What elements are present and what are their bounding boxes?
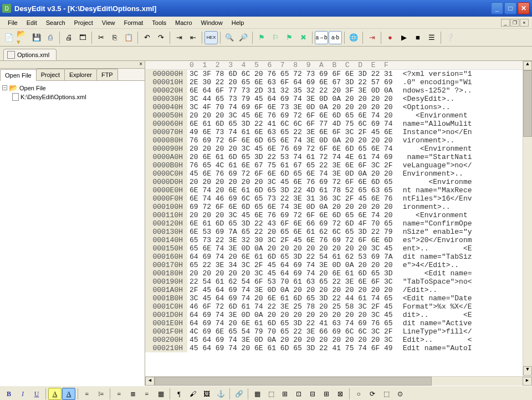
hex-row[interactable]: 000200H45 64 69 74 3E 0D 0A 20 20 20 20 … — [145, 336, 532, 344]
hex-ascii[interactable]: <Environment — [393, 211, 472, 219]
hex-row[interactable]: 000080H76 69 72 6F 6E 6D 65 6E 74 3E 0D … — [145, 136, 532, 145]
hex-row[interactable]: 000130H6E 53 69 7A 65 22 20 65 6E 61 62 … — [145, 228, 532, 236]
close-button[interactable]: ✕ — [518, 2, 530, 14]
hex-row[interactable]: 000090H20 20 20 20 3C 45 6E 76 69 72 6F … — [145, 145, 532, 153]
scroll-down-icon[interactable]: ▼ — [523, 366, 532, 376]
record-macro-icon[interactable]: ● — [383, 31, 397, 44]
hex-bytes[interactable]: 64 69 74 3E 0D 0A 20 20 20 20 20 20 20 2… — [187, 311, 393, 319]
hex-row[interactable]: 000170H65 22 3E 34 3C 2F 45 64 69 74 3E … — [145, 261, 532, 269]
menu-edit[interactable]: Edit — [22, 18, 42, 27]
hex-row[interactable]: 0001A0H2F 45 64 69 74 3E 0D 0A 20 20 20 … — [145, 286, 532, 294]
highlight-a-icon[interactable]: A — [48, 388, 62, 400]
table-del-icon[interactable]: ⊠ — [334, 388, 347, 400]
scroll-left-icon[interactable]: ◀ — [145, 377, 155, 386]
hex-bytes[interactable]: 6E 61 6D 65 3D 22 41 6C 6C 6F 77 4D 75 6… — [187, 120, 393, 128]
hex-bytes[interactable]: 3C 4F 70 74 69 6F 6E 73 3E 0D 0A 20 20 2… — [187, 103, 393, 111]
mdi-close[interactable]: × — [520, 19, 529, 27]
hex-ascii[interactable]: Instance">no</En — [393, 128, 472, 136]
hex-bytes[interactable]: 69 72 6F 6E 6D 65 6E 74 3E 0D 0A 20 20 2… — [187, 203, 393, 211]
align-left-icon[interactable]: ≡ — [112, 388, 126, 400]
hex-row[interactable]: 0001E0H64 69 74 20 6E 61 6D 65 3D 22 41 … — [145, 319, 532, 327]
hex-ascii[interactable]: LineType">fill</ — [393, 327, 472, 336]
hex-row[interactable]: 000120H6E 61 6D 65 3D 22 43 6F 6E 66 69 … — [145, 219, 532, 228]
sidebar-tab-explorer[interactable]: Explorer — [64, 69, 97, 80]
hex-bytes[interactable]: 3C 45 64 69 74 20 6E 61 6D 65 3D 22 44 6… — [187, 294, 393, 302]
hex-ascii[interactable]: ironment>.. — [393, 203, 472, 211]
hex-row[interactable]: 000070H49 6E 73 74 61 6E 63 65 22 3E 6E … — [145, 128, 532, 136]
menu-help[interactable]: Help — [227, 18, 249, 27]
menu-view[interactable]: View — [98, 18, 120, 27]
table-merge-icon[interactable]: ⊟ — [306, 388, 319, 400]
table-cell-icon[interactable]: ⊡ — [292, 388, 305, 400]
scroll-up-icon[interactable]: ▲ — [523, 61, 532, 70]
hex-row[interactable]: 000110H20 20 20 3C 45 6E 76 69 72 6F 6E … — [145, 211, 532, 219]
menu-format[interactable]: Format — [119, 18, 147, 27]
hex-ascii[interactable]: "TabToSpace">no< — [393, 278, 472, 286]
browser-icon[interactable]: 🌐 — [347, 31, 360, 44]
hex-ascii[interactable]: ntFiles">16</Env — [393, 194, 472, 203]
menu-macro[interactable]: Macro — [171, 18, 197, 27]
hex-row[interactable]: 000210H45 64 69 74 20 6E 61 6D 65 3D 22 … — [145, 344, 532, 352]
link-icon[interactable]: 🔗 — [232, 388, 245, 400]
hex-bytes[interactable]: 20 20 20 20 20 3C 45 64 69 74 20 6E 61 6… — [187, 269, 393, 278]
hex-ascii[interactable]: e">4</Edit>.. — [393, 261, 472, 269]
hex-ascii[interactable]: <DesyEdit>.. — [393, 95, 472, 103]
circle-icon[interactable]: ○ — [352, 388, 365, 400]
hex-row[interactable]: 0000B0H76 65 4C 61 6E 67 75 61 67 65 22 … — [145, 161, 532, 170]
hex-editor[interactable]: 0 1 2 3 4 5 6 7 8 9 A B C D E F 000000H3… — [145, 61, 532, 386]
hex-ascii[interactable]: dit name="Active — [393, 319, 472, 327]
bookmark-next-icon[interactable]: ⚑ — [283, 31, 296, 44]
hex-bytes[interactable]: 2E 30 22 20 65 6E 63 6F 64 69 6E 67 3D 2… — [187, 78, 393, 86]
highlight-b-icon[interactable]: A — [62, 388, 75, 400]
hex-bytes[interactable]: 6E 53 69 7A 65 22 20 65 6E 61 62 6C 65 3… — [187, 228, 393, 236]
hex-row[interactable]: 0001D0H64 69 74 3E 0D 0A 20 20 20 20 20 … — [145, 311, 532, 319]
hex-bytes[interactable]: 6E 74 46 69 6C 65 73 22 3E 31 36 3C 2F 4… — [187, 194, 393, 203]
mdi-restore[interactable]: ❐ — [510, 19, 519, 27]
menu-tools[interactable]: Tools — [147, 18, 171, 27]
hex-ascii[interactable]: /Edit>.. — [393, 286, 472, 294]
hex-row[interactable]: 0001B0H3C 45 64 69 74 20 6E 61 6D 65 3D … — [145, 294, 532, 302]
hex-ascii[interactable]: Edit>.. < — [393, 336, 472, 344]
copy-icon[interactable]: ⎘ — [108, 31, 121, 44]
outdent-icon[interactable]: ⇤ — [186, 31, 200, 44]
bookmark-clear-icon[interactable]: ✖ — [296, 31, 310, 44]
macro-list-icon[interactable]: ☰ — [425, 31, 438, 44]
hex-bytes[interactable]: 49 6E 73 74 61 6E 63 65 22 3E 6E 6F 3C 2… — [187, 128, 393, 136]
underline-button[interactable]: U — [30, 388, 43, 400]
preview-icon[interactable]: ⊙ — [393, 388, 407, 400]
hex-bytes[interactable]: 65 73 22 3E 32 30 3C 2F 45 6E 76 69 72 6… — [187, 236, 393, 244]
hex-ascii[interactable]: <Options>.. — [393, 103, 472, 111]
anchor-icon[interactable]: ⚓ — [214, 388, 227, 400]
hex-bytes[interactable]: 6E 74 20 6E 61 6D 65 3D 22 4D 61 78 52 6… — [187, 186, 393, 194]
cut-icon[interactable]: ✂ — [94, 31, 108, 44]
hex-bytes[interactable]: 45 64 69 74 20 6E 61 6D 65 3D 22 41 75 7… — [187, 344, 393, 352]
hex-bytes[interactable]: 20 20 20 3C 45 6E 76 69 72 6F 6E 6D 65 6… — [187, 211, 393, 219]
hex-bytes[interactable]: 64 69 74 20 6E 61 6D 65 3D 22 54 61 62 5… — [187, 253, 393, 261]
hex-row[interactable]: 0000C0H45 6E 76 69 72 6F 6E 6D 65 6E 74 … — [145, 170, 532, 178]
table-row-icon[interactable]: ⬚ — [264, 388, 278, 400]
hex-bytes[interactable]: 45 6E 76 69 72 6F 6E 6D 65 6E 74 3E 0D 0… — [187, 170, 393, 178]
hex-bytes[interactable]: 45 64 69 74 3E 0D 0A 20 20 20 20 20 20 2… — [187, 336, 393, 344]
image-icon[interactable]: 🖼 — [200, 388, 213, 400]
menu-search[interactable]: Search — [42, 18, 70, 27]
table-icon[interactable]: ▦ — [250, 388, 264, 400]
hex-ascii[interactable]: Edit name="AutoI — [393, 344, 472, 352]
indent-icon[interactable]: ⇥ — [172, 31, 186, 44]
sidebar-tab-ftp[interactable]: FTP — [96, 69, 118, 80]
validate-icon[interactable]: ⬚ — [380, 388, 393, 400]
hex-ascii[interactable]: <Environment — [393, 145, 472, 153]
reload-icon[interactable]: ⟳ — [366, 388, 379, 400]
replace-a-icon[interactable]: a→b — [315, 31, 328, 44]
hex-ascii[interactable]: .0" encoding="Wi — [393, 78, 472, 86]
hex-ascii[interactable]: Environment>.. — [393, 170, 472, 178]
list-number-icon[interactable]: ⁝≡ — [94, 388, 108, 400]
hex-row[interactable]: 000100H69 72 6F 6E 6D 65 6E 74 3E 0D 0A … — [145, 203, 532, 211]
new-file-icon[interactable]: 📄 — [2, 31, 16, 44]
menu-file[interactable]: File — [3, 18, 22, 27]
hex-row[interactable]: 000190H22 54 61 62 54 6F 53 70 61 63 65 … — [145, 278, 532, 286]
bookmark-prev-icon[interactable]: ⚐ — [269, 31, 282, 44]
horizontal-scrollbar[interactable]: ◀ ▶ — [145, 376, 532, 386]
hex-ascii[interactable]: <Edit name="Date — [393, 294, 472, 302]
hex-ascii[interactable]: Format">%x %X</E — [393, 302, 472, 311]
save-all-icon[interactable]: ⎙ — [44, 31, 57, 44]
